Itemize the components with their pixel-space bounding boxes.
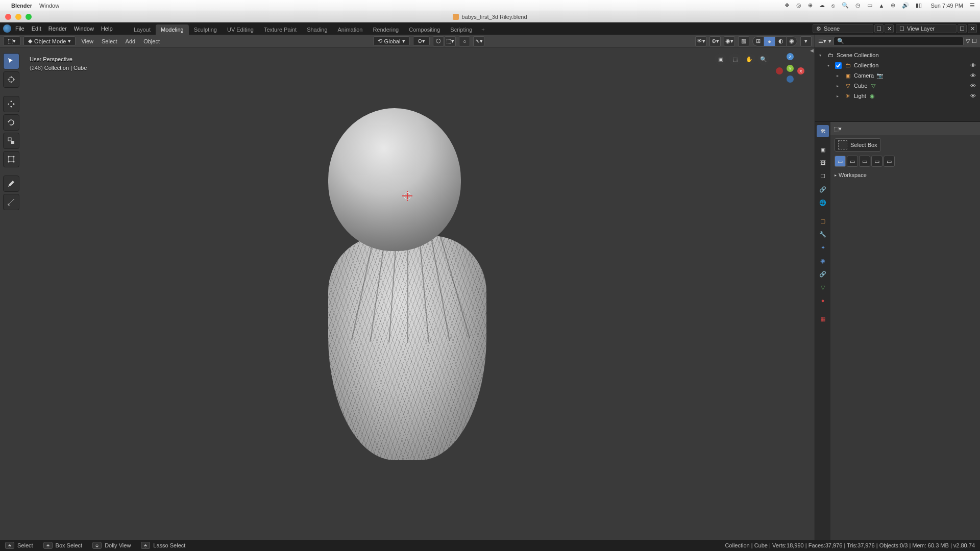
tab-texture-paint[interactable]: Texture Paint [259, 24, 302, 35]
visibility-toggle[interactable]: 👁 [970, 83, 976, 89]
visibility-toggle[interactable]: 👁 [970, 72, 976, 79]
collection-enable-checkbox[interactable] [835, 62, 842, 69]
nav-zoom-icon[interactable]: 🔍 [757, 53, 770, 65]
overlays-dropdown[interactable]: ◉▾ [724, 36, 735, 46]
prop-tab-scene[interactable]: 🔗 [817, 183, 829, 195]
nav-camera-icon[interactable]: ▣ [715, 53, 727, 65]
outliner-item-cube[interactable]: ▸▽ Cube ▽ 👁 [817, 81, 978, 91]
hdr-menu-add[interactable]: Add [123, 38, 138, 44]
outliner-collection[interactable]: ▾ 🗀 Collection 👁 [817, 60, 978, 70]
prop-tab-constraint[interactable]: 🔗 [817, 268, 829, 280]
close-window-button[interactable] [5, 14, 11, 20]
outliner-editor-dropdown[interactable]: ☰▾ [818, 38, 826, 44]
wifi-icon[interactable]: ⊚ [891, 2, 895, 9]
notification-center-icon[interactable]: ☰ [970, 2, 975, 9]
gizmo-y[interactable]: Y [787, 65, 794, 72]
prop-tab-mesh[interactable]: ▽ [817, 281, 829, 293]
prop-tab-texture[interactable]: ▦ [817, 313, 829, 325]
nav-perspective-icon[interactable]: ⬚ [729, 53, 741, 65]
maximize-window-button[interactable] [26, 14, 32, 20]
menu-render[interactable]: Render [48, 26, 67, 32]
volume-icon[interactable]: 🔊 [902, 2, 909, 9]
proportional-edit-toggle[interactable]: ○ [459, 36, 470, 46]
clock[interactable]: Sun 7:49 PM [930, 3, 963, 9]
tray-icon[interactable]: ☁ [819, 2, 825, 9]
outliner-scene-collection[interactable]: ▾🗀 Scene Collection [817, 50, 978, 60]
scene-name-input[interactable] [824, 26, 870, 32]
scene-selector[interactable]: ⚙ [813, 24, 873, 33]
gizmo-z[interactable]: Z [787, 53, 794, 60]
battery-icon[interactable]: ▮▯ [916, 2, 922, 9]
prop-tab-object[interactable]: ▢ [817, 215, 829, 227]
visibility-toggle[interactable]: 👁 [970, 62, 976, 68]
tool-transform[interactable] [3, 151, 19, 167]
blender-logo-icon[interactable] [3, 24, 11, 33]
minimize-window-button[interactable] [15, 14, 21, 20]
view-layer-selector[interactable]: ☐ [896, 24, 957, 33]
tray-icon[interactable]: ▲ [879, 3, 885, 9]
tool-rotate[interactable] [3, 114, 19, 131]
tray-icon[interactable]: ⎋ [831, 3, 835, 9]
prop-tab-particle[interactable]: ✦ [817, 241, 829, 254]
tool-move[interactable] [3, 96, 19, 112]
prop-tab-viewlayer[interactable]: ☐ [817, 170, 829, 182]
properties-editor-dropdown[interactable]: ⬚▾ [834, 126, 842, 132]
mesh-object[interactable] [328, 108, 486, 460]
pivot-dropdown[interactable]: ⊙▾ [413, 36, 430, 46]
tab-animation[interactable]: Animation [333, 24, 368, 35]
shading-lookdev[interactable]: ◐ [775, 36, 786, 46]
select-extend[interactable]: ▭ [847, 156, 858, 167]
menu-window[interactable]: Window [74, 26, 94, 32]
viewport-3d[interactable]: User Perspective (248) Collection | Cube… [0, 48, 815, 540]
tray-icon[interactable]: ◷ [855, 2, 861, 9]
view-layer-input[interactable] [907, 26, 953, 32]
add-workspace-button[interactable]: + [477, 24, 488, 35]
new-layer-button[interactable]: ☐ [958, 24, 967, 33]
mode-dropdown[interactable]: ◆Object Mode▾ [23, 36, 76, 46]
tool-scale[interactable] [3, 133, 19, 149]
collapse-sidebar-icon[interactable]: ◀ [810, 48, 814, 53]
delete-scene-button[interactable]: ✕ [885, 24, 894, 33]
snap-toggle[interactable]: ⬡ [433, 36, 444, 46]
new-scene-button[interactable]: ☐ [874, 24, 884, 33]
tab-modeling[interactable]: Modeling [156, 24, 189, 35]
tool-annotate[interactable] [3, 176, 19, 192]
visibility-toggle[interactable]: 👁 [970, 93, 976, 99]
nav-gizmo[interactable]: Z Y X [775, 53, 805, 84]
workspace-section[interactable]: ▸ Workspace [835, 172, 976, 178]
visibility-dropdown[interactable]: 👁▾ [695, 36, 706, 46]
nav-pan-icon[interactable]: ✋ [743, 53, 755, 65]
spotlight-icon[interactable]: 🔍 [842, 2, 849, 9]
macos-menu-window[interactable]: Window [39, 3, 59, 9]
orientation-dropdown[interactable]: ⟲Global▾ [373, 36, 410, 46]
hdr-menu-object[interactable]: Object [141, 38, 162, 44]
menu-file[interactable]: File [15, 26, 24, 32]
prop-tab-physics[interactable]: ◉ [817, 255, 829, 267]
tab-rendering[interactable]: Rendering [368, 24, 404, 35]
menu-help[interactable]: Help [101, 26, 113, 32]
menu-edit[interactable]: Edit [32, 26, 41, 32]
prop-tab-tool[interactable]: 🛠 [817, 125, 829, 137]
select-intersect[interactable]: ▭ [871, 156, 883, 167]
outliner-display-dropdown[interactable]: ▾ [828, 38, 831, 44]
select-invert[interactable]: ▭ [884, 156, 895, 167]
tool-measure[interactable] [3, 194, 19, 210]
gizmo-neg-z[interactable] [787, 76, 794, 83]
app-name[interactable]: Blender [11, 3, 32, 9]
tab-uv-editing[interactable]: UV Editing [222, 24, 259, 35]
tray-icon[interactable]: ◎ [796, 2, 801, 9]
tab-shading[interactable]: Shading [302, 24, 332, 35]
gizmo-dropdown[interactable]: ⊕▾ [709, 36, 721, 46]
outliner-search[interactable]: 🔍 [834, 37, 964, 46]
outliner-item-camera[interactable]: ▸▣ Camera 📷 👁 [817, 70, 978, 81]
shading-options-dropdown[interactable]: ▾ [800, 36, 812, 46]
shading-rendered[interactable]: ◉ [786, 36, 797, 46]
tab-scripting[interactable]: Scripting [445, 24, 477, 35]
tool-select-box[interactable] [3, 53, 19, 69]
xray-toggle[interactable]: ▧ [738, 36, 749, 46]
outliner-new-collection-button[interactable]: ☐ [972, 38, 977, 44]
select-new[interactable]: ▭ [835, 156, 846, 167]
hdr-menu-view[interactable]: View [79, 38, 96, 44]
tray-icon[interactable]: ⊕ [808, 2, 813, 9]
outliner-filter-button[interactable]: ▽ [966, 38, 970, 44]
